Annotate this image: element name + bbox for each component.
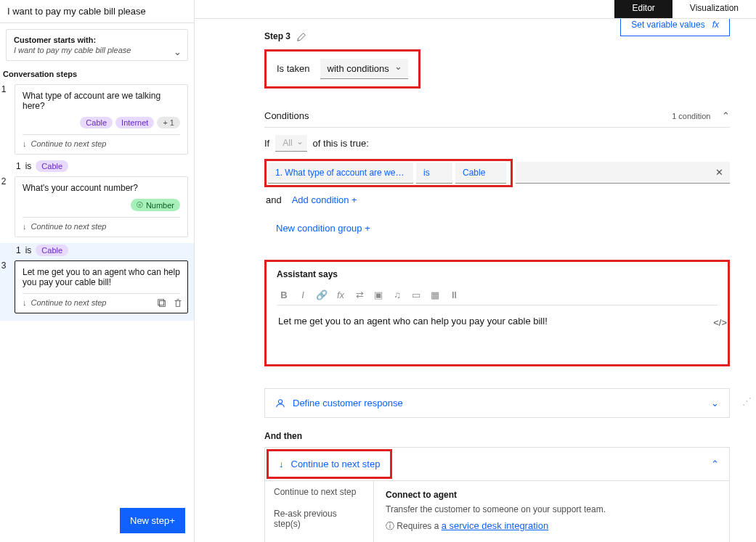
calendar-icon[interactable]: ▦ (429, 290, 441, 300)
right-panel: Editor Visualization Step 3 Set variable… (195, 0, 756, 542)
tabs: Editor Visualization (195, 0, 756, 19)
chevron-up-icon[interactable]: ⌃ (722, 110, 730, 121)
chip-cable[interactable]: Cable (80, 117, 113, 128)
continue-label: Continue to next step (31, 222, 107, 231)
connect-agent-title: Connect to agent (386, 490, 718, 500)
condition-fields: 1. What type of account are we talkin...… (264, 159, 513, 187)
svg-rect-1 (158, 300, 164, 305)
arrow-down-icon: ↓ (23, 222, 27, 231)
step-card-3[interactable]: Let me get you to an agent who can help … (15, 260, 188, 313)
connect-agent-desc: Transfer the customer to someone on your… (386, 504, 718, 514)
trash-icon[interactable] (173, 297, 183, 308)
tab-editor[interactable]: Editor (614, 0, 672, 18)
condition-operator[interactable]: is (416, 163, 452, 184)
if-label: If (264, 138, 269, 149)
arrow-down-icon: ↓ (23, 139, 27, 148)
music-icon[interactable]: ♫ (391, 290, 403, 300)
customer-starts-text: I want to pay my cable bill please (14, 46, 180, 54)
step-question: Let me get you to an agent who can help … (23, 267, 180, 287)
delete-condition-icon[interactable]: ✕ (708, 162, 730, 184)
assistant-says-label: Assistant says (277, 269, 718, 279)
svg-point-2 (278, 400, 282, 403)
and-label: and (266, 194, 282, 205)
define-customer-response[interactable]: Define customer response ⌄ (264, 388, 730, 419)
step-number: 1 (0, 83, 9, 160)
svg-rect-0 (160, 301, 166, 307)
and-then-dropdown[interactable]: ↓ Continue to next step ⌃ (264, 447, 730, 481)
conversation-steps-label: Conversation steps (0, 67, 194, 83)
step-card-2[interactable]: What's your account number? ⦾Number ↓ Co… (15, 176, 188, 237)
conditions-label: Conditions (264, 110, 309, 121)
and-then-menu: Continue to next step Re-ask previous st… (264, 481, 730, 542)
tab-visualization[interactable]: Visualization (672, 0, 756, 18)
arrow-down-icon: ↓ (23, 298, 27, 307)
user-icon (275, 398, 285, 409)
copy-icon[interactable] (157, 297, 167, 308)
editor-toolbar: B I 🔗 fx ⇄ ▣ ♫ ▭ ▦ ⏸ (277, 285, 718, 305)
cond-is: is (25, 161, 32, 171)
chip-cable: Cable (36, 160, 68, 172)
cond-ref-num: 1 (16, 245, 21, 255)
requires-label: Requires a (397, 521, 441, 531)
fx-icon: fx (712, 20, 719, 30)
continue-label: Continue to next step (31, 298, 107, 307)
chevron-down-icon[interactable]: ⌄ (174, 46, 182, 57)
action-title-input[interactable]: I want to pay my cable bill please (0, 0, 194, 23)
step-title: Step 3 (264, 31, 290, 41)
chevron-down-icon: ⌄ (711, 398, 719, 408)
condition-value[interactable]: Cable (455, 163, 506, 184)
fx-icon[interactable]: fx (335, 290, 346, 300)
step-card-1[interactable]: What type of account are we talking here… (15, 84, 188, 155)
is-taken-dropdown[interactable]: with conditions (320, 59, 408, 79)
set-variable-button[interactable]: Set variable values fx (620, 19, 730, 36)
new-condition-group-link[interactable]: New condition group + (276, 223, 370, 234)
service-desk-link[interactable]: a service desk integration (442, 520, 548, 531)
left-panel: I want to pay my cable bill please Custo… (0, 0, 195, 542)
and-then-label: And then (264, 431, 730, 441)
step-number: 3 (0, 259, 9, 319)
condition-spacer (516, 162, 708, 184)
video-icon[interactable]: ▭ (410, 290, 422, 300)
chip-more[interactable]: + 1 (157, 117, 180, 128)
arrow-down-icon: ↓ (279, 459, 284, 469)
info-icon: ⓘ (386, 521, 394, 531)
continue-label: Continue to next step (31, 139, 107, 148)
customer-starts-label: Customer starts with: (14, 36, 180, 44)
chevron-up-icon: ⌃ (711, 459, 719, 469)
add-condition-link[interactable]: Add condition + (292, 194, 357, 205)
is-taken-row: Is taken with conditions (264, 49, 420, 89)
code-icon[interactable]: </> (713, 317, 727, 328)
customer-starts-card[interactable]: Customer starts with: I want to pay my c… (6, 29, 188, 61)
shuffle-icon[interactable]: ⇄ (354, 290, 365, 300)
menu-continue[interactable]: Continue to next step (265, 481, 373, 503)
step-question: What's your account number? (23, 183, 180, 193)
steps-list: 1 What type of account are we talking he… (0, 83, 194, 499)
menu-reask[interactable]: Re-ask previous step(s) (265, 503, 373, 535)
step-number: 2 (0, 175, 9, 243)
of-this-label: of this is true: (313, 138, 369, 149)
italic-icon[interactable]: I (297, 290, 309, 300)
chip-cable: Cable (36, 245, 68, 256)
is-taken-label: Is taken (277, 63, 310, 74)
menu-subaction[interactable]: Go to a subaction (265, 535, 373, 542)
edit-icon[interactable] (296, 30, 306, 42)
condition-variable[interactable]: 1. What type of account are we talkin... (268, 163, 413, 184)
assistant-text-area[interactable]: Let me get you to an agent who can help … (277, 305, 718, 328)
cond-ref-num: 1 (16, 161, 21, 171)
image-icon[interactable]: ▣ (373, 290, 384, 300)
condition-count: 1 condition (672, 112, 710, 120)
bold-icon[interactable]: B (278, 290, 290, 300)
pause-icon[interactable]: ⏸ (448, 290, 460, 300)
assistant-says-section: Assistant says B I 🔗 fx ⇄ ▣ ♫ ▭ ▦ ⏸ Let … (264, 260, 730, 366)
link-icon[interactable]: 🔗 (316, 290, 328, 300)
cond-is: is (25, 245, 32, 255)
all-dropdown[interactable]: All (275, 135, 306, 152)
plus-icon: + (169, 515, 175, 526)
chip-number[interactable]: ⦾Number (131, 199, 180, 211)
new-step-button[interactable]: New step+ (120, 508, 185, 533)
plus-icon: + (365, 223, 370, 234)
plus-icon: + (351, 194, 357, 205)
step-question: What type of account are we talking here… (23, 91, 180, 111)
chip-internet[interactable]: Internet (115, 117, 154, 128)
resize-handle-icon[interactable]: ⋰ (742, 395, 752, 406)
